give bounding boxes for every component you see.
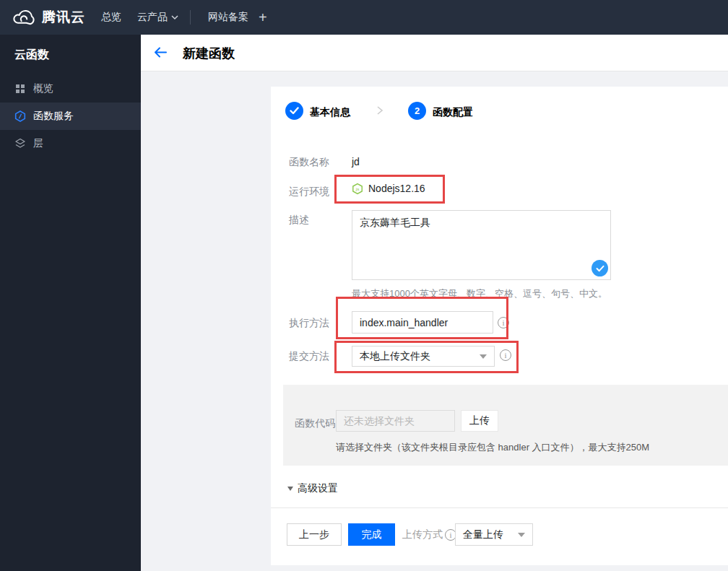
footer-divider xyxy=(271,507,728,508)
brand-logo[interactable]: 腾讯云 xyxy=(12,0,85,35)
sidebar-item-label: 概览 xyxy=(33,82,53,95)
nav-overview[interactable]: 总览 xyxy=(101,0,121,35)
upload-mode-label: 上传方式 xyxy=(402,528,443,541)
sidebar-item-label: 层 xyxy=(33,137,43,150)
page-title: 新建函数 xyxy=(183,45,235,62)
sidebar-item-layers[interactable]: 层 xyxy=(0,130,141,157)
folder-path-input[interactable] xyxy=(336,410,455,432)
function-name-value: jd xyxy=(352,156,360,167)
chevron-down-icon xyxy=(171,12,178,23)
topbar: 腾讯云 总览 云产品 网站备案 + xyxy=(0,0,728,35)
add-tab-button[interactable]: + xyxy=(259,0,267,35)
step-2-badge: 2 xyxy=(408,102,426,120)
description-help: 最大支持1000个英文字母、数字、空格、逗号、句号、中文。 xyxy=(352,287,607,300)
select-caret-icon xyxy=(518,533,525,537)
tencent-cloud-console: 腾讯云 总览 云产品 网站备案 + 云函数 概览 xyxy=(0,0,728,571)
upload-button[interactable]: 上传 xyxy=(461,410,498,432)
function-code-help: 请选择文件夹（该文件夹根目录应包含 handler 入口文件），最大支持250M xyxy=(336,441,649,454)
submit-method-label: 提交方法 xyxy=(289,350,329,363)
handler-info-icon[interactable] xyxy=(498,317,509,328)
advanced-caret-icon xyxy=(287,487,293,491)
runtime-value-row: js Nodejs12.16 xyxy=(352,183,425,194)
step-2-label: 函数配置 xyxy=(433,106,473,119)
submit-method-info-icon[interactable] xyxy=(500,349,511,361)
sidebar-title: 云函数 xyxy=(14,48,49,63)
upload-mode-select[interactable]: 全量上传 xyxy=(455,523,533,546)
description-label: 描述 xyxy=(289,214,309,227)
step-1-label: 基本信息 xyxy=(310,106,350,119)
topbar-divider xyxy=(190,10,191,25)
submit-method-select[interactable]: 本地上传文件夹 xyxy=(352,346,495,367)
function-code-label: 函数代码* xyxy=(295,417,341,430)
upload-mode-label-row: 上传方式 xyxy=(402,528,456,541)
description-valid-check-icon xyxy=(592,260,608,276)
function-code-panel: 函数代码* 上传 请选择文件夹（该文件夹根目录应包含 handler 入口文件）… xyxy=(283,385,728,466)
sidebar-item-overview[interactable]: 概览 xyxy=(0,75,141,103)
brand-name: 腾讯云 xyxy=(42,8,85,27)
runtime-label: 运行环境 xyxy=(289,186,329,199)
sidebar-item-function-service[interactable]: 函数服务 xyxy=(0,103,141,130)
previous-step-button[interactable]: 上一步 xyxy=(287,523,342,546)
step-1-done-check-icon xyxy=(285,102,303,120)
function-code-label-text: 函数代码 xyxy=(295,417,335,429)
function-hexagon-icon xyxy=(14,110,26,122)
handler-input[interactable] xyxy=(352,311,493,334)
nav-icp[interactable]: 网站备案 xyxy=(208,0,248,35)
finish-button[interactable]: 完成 xyxy=(348,523,395,546)
description-textarea[interactable]: 京东薅羊毛工具 xyxy=(352,210,611,280)
handler-label: 执行方法 xyxy=(289,317,329,330)
grid-icon xyxy=(14,83,26,95)
select-caret-icon xyxy=(480,354,487,359)
page-header: 新建函数 xyxy=(141,35,728,71)
tencent-cloud-logo-icon xyxy=(12,8,36,27)
svg-text:js: js xyxy=(355,186,360,191)
sidebar-item-label: 函数服务 xyxy=(33,110,74,123)
advanced-settings-label: 高级设置 xyxy=(298,482,338,495)
sidebar: 云函数 概览 函数服务 xyxy=(0,35,141,571)
advanced-settings-toggle[interactable]: 高级设置 xyxy=(287,482,338,495)
runtime-value: Nodejs12.16 xyxy=(368,183,425,194)
nav-products-menu[interactable]: 云产品 xyxy=(137,0,178,35)
step-chevron-icon xyxy=(376,105,384,118)
nav-products-label: 云产品 xyxy=(137,11,168,24)
nodejs-icon: js xyxy=(352,183,363,194)
create-function-card: 基本信息 2 函数配置 函数名称 jd 运行环境 js Nodejs12.16 … xyxy=(271,87,728,565)
function-name-label: 函数名称 xyxy=(289,156,329,169)
upload-mode-value: 全量上传 xyxy=(463,528,503,541)
submit-method-value: 本地上传文件夹 xyxy=(360,350,430,363)
back-arrow-button[interactable] xyxy=(154,47,167,61)
layers-icon xyxy=(14,138,26,149)
